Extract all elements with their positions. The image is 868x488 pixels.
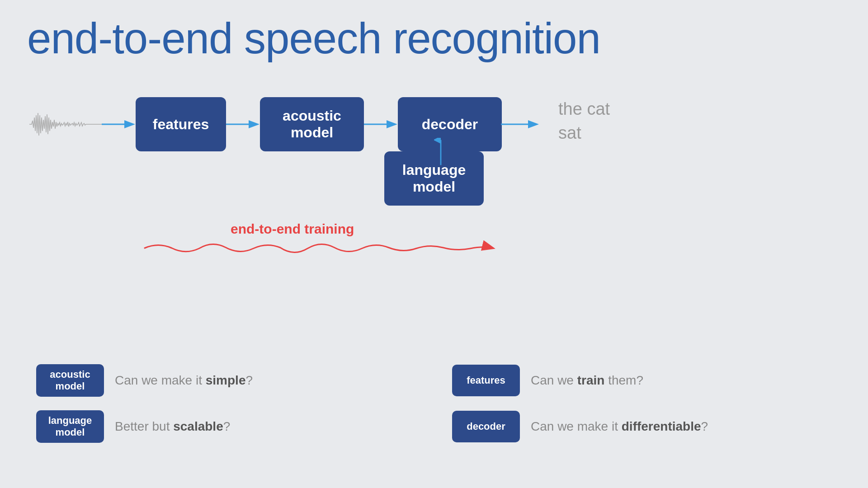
- arrow-lm-decoder: [434, 138, 448, 167]
- bottom-item-acoustic: acousticmodel Can we make it simple?: [36, 364, 416, 397]
- arrow-features-acoustic: [226, 117, 262, 131]
- page-title: end-to-end speech recognition: [27, 14, 600, 63]
- acoustic-model-box: acousticmodel: [260, 97, 364, 151]
- bottom-text-decoder: Can we make it differentiable?: [531, 419, 708, 434]
- features-box: features: [136, 97, 226, 151]
- arrow-waveform-features: [102, 117, 138, 131]
- arrow-decoder-output: [501, 117, 542, 131]
- bottom-text-features: Can we train them?: [531, 373, 643, 388]
- decoder-box: decoder: [398, 97, 502, 151]
- bottom-section: acousticmodel Can we make it simple? fea…: [36, 364, 832, 443]
- pipeline-diagram: features acousticmodel decoder: [27, 88, 615, 160]
- training-section: end-to-end training: [140, 221, 502, 258]
- output-text: the catsat: [558, 97, 610, 145]
- bottom-box-language: languagemodel: [36, 410, 104, 443]
- bottom-text-language: Better but scalable?: [115, 419, 230, 434]
- bottom-item-features: features Can we train them?: [452, 364, 832, 397]
- bottom-box-features: features: [452, 365, 520, 396]
- training-arrow: [140, 240, 502, 256]
- bottom-box-decoder: decoder: [452, 411, 520, 442]
- arrow-acoustic-decoder: [364, 117, 400, 131]
- bottom-text-acoustic: Can we make it simple?: [115, 373, 253, 388]
- training-label: end-to-end training: [231, 221, 502, 237]
- bottom-item-language: languagemodel Better but scalable?: [36, 410, 416, 443]
- bottom-item-decoder: decoder Can we make it differentiable?: [452, 410, 832, 443]
- waveform: [27, 106, 104, 144]
- bottom-box-acoustic: acousticmodel: [36, 364, 104, 397]
